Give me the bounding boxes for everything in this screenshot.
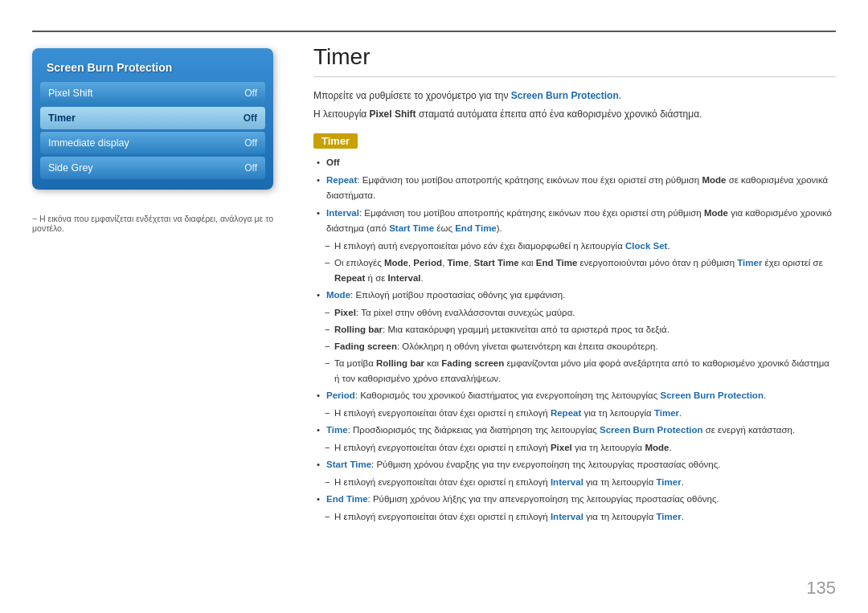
sidebar-item-timer[interactable]: Timer Off [40,107,265,129]
intro-text-1: Μπορείτε να ρυθμίσετε το χρονόμετρο για … [313,88,836,104]
sub-note-pixel: Pixel: Τα pixel στην οθόνη εναλλάσσονται… [313,305,836,321]
sidebar-item-side-grey[interactable]: Side Grey Off [40,157,265,179]
sidebar-item-timer-label: Timer [48,112,76,124]
sub-note-repeat-timer: Η επιλογή ενεργοποιείται όταν έχει οριστ… [313,406,836,421]
list-item-start-time: Start Time: Ρύθμιση χρόνου έναρξης για τ… [313,457,836,472]
sidebar-item-immediate-display[interactable]: Immediate display Off [40,132,265,154]
sub-note-interval-timer-end: Η επιλογή ενεργοποιείται όταν έχει οριστ… [313,509,836,525]
right-panel: Timer Μπορείτε να ρυθμίσετε το χρονόμετρ… [313,44,836,581]
sub-note-mode-period: Οι επιλογές Mode, Period, Time, Start Ti… [313,255,836,286]
sub-note-pixel-mode: Η επιλογή ενεργοποιείται όταν έχει οριστ… [313,440,836,456]
list-item-period: Period: Καθορισμός του χρονικού διαστήμα… [313,388,836,403]
list-item-interval: Interval: Εμφάνιση του μοτίβου αποτροπής… [313,206,836,236]
sub-note-rolling-bar: Rolling bar: Μια κατακόρυφη γραμμή μετακ… [313,322,836,337]
list-item-time: Time: Προσδιορισμός της διάρκειας για δι… [313,423,836,438]
section-header-timer: Timer [313,133,358,149]
sub-note-interval-timer-start: Η επιλογή ενεργοποιείται όταν έχει οριστ… [313,475,836,490]
sub-note-fading-screen: Fading screen: Ολόκληρη η οθόνη γίνεται … [313,339,836,354]
content-body: Off Repeat: Εμφάνιση του μοτίβου αποτροπ… [313,155,836,524]
intro-bold-pixel: Pixel Shift [370,108,416,120]
page-title: Timer [313,44,836,77]
sidebar-item-side-grey-label: Side Grey [48,162,93,174]
list-item-end-time: End Time: Ρύθμιση χρόνου λήξης για την α… [313,492,836,507]
list-item-off: Off [313,155,836,170]
intro-highlight-sbp: Screen Burn Protection [511,90,619,101]
sub-note-rolling-fading: Τα μοτίβα Rolling bar και Fading screen … [313,356,836,386]
top-divider [32,31,836,32]
sidebar-item-pixel-shift[interactable]: Pixel Shift Off [40,82,265,104]
sidebar-title: Screen Burn Protection [40,56,265,82]
sidebar-item-side-grey-value: Off [244,162,257,174]
sub-note-clockset: Η επιλογή αυτή ενεργοποιείται μόνο εάν έ… [313,239,836,254]
left-panel: Screen Burn Protection Pixel Shift Off T… [32,48,273,233]
sidebar-item-timer-value: Off [244,112,257,124]
sidebar-item-pixel-shift-value: Off [244,88,257,99]
sidebar-item-immediate-display-value: Off [244,137,257,149]
sidebar-menu: Screen Burn Protection Pixel Shift Off T… [32,48,273,190]
list-item-mode: Mode: Επιλογή μοτίβου προστασίας οθόνης … [313,288,836,303]
sidebar-item-pixel-shift-label: Pixel Shift [48,88,93,99]
page-number: 135 [806,578,836,599]
sidebar-footnote: Η εικόνα που εμφανίζεται ενδέχεται να δι… [32,214,273,233]
sidebar-item-immediate-display-label: Immediate display [48,137,129,149]
list-item-repeat: Repeat: Εμφάνιση του μοτίβου αποτροπής κ… [313,173,836,203]
intro-text-2: Η λειτουργία Pixel Shift σταματά αυτόματ… [313,107,836,122]
